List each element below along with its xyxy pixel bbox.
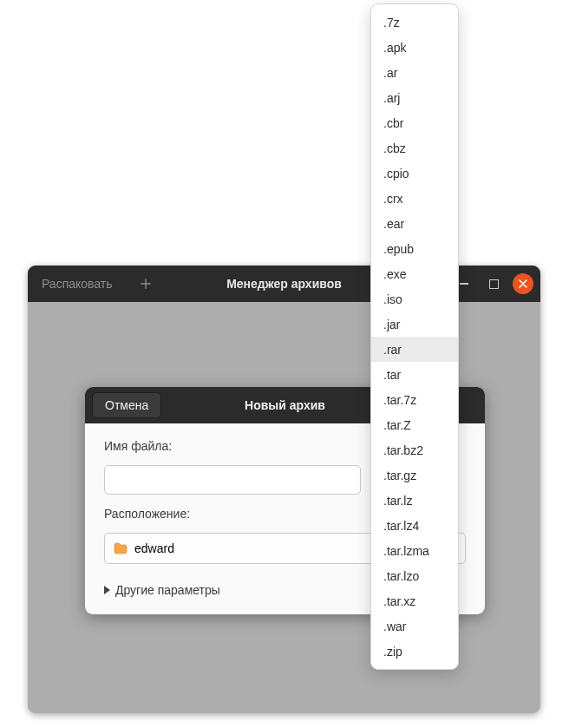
extension-option[interactable]: .apk: [371, 35, 458, 60]
extension-option-label: .cpio: [383, 167, 409, 180]
extension-option-label: .tar: [383, 368, 401, 382]
close-icon: [519, 279, 527, 288]
location-value: edward: [134, 541, 174, 555]
extension-option-label: .tar.lzma: [383, 544, 429, 558]
extension-option-label: .tar.7z: [383, 393, 416, 407]
extract-button-label: Распаковать: [42, 277, 113, 291]
extract-button[interactable]: Распаковать: [28, 266, 127, 302]
extension-dropdown[interactable]: .7z.apk.ar.arj.cbr.cbz.cpio.crx.ear.epub…: [370, 3, 459, 670]
cancel-button-label: Отмена: [105, 398, 148, 412]
cancel-button[interactable]: Отмена: [92, 392, 161, 418]
extension-option[interactable]: .exe: [371, 261, 458, 286]
extension-option[interactable]: .tar.Z: [371, 412, 458, 437]
extension-option-label: .ar: [383, 66, 397, 80]
titlebar: Распаковать Менеджер архивов: [28, 266, 540, 302]
extension-option[interactable]: .jar: [371, 312, 458, 337]
extension-option-label: .cbz: [383, 141, 406, 155]
titlebar-left: Распаковать: [28, 266, 161, 302]
extension-option-label: .jar: [383, 318, 400, 331]
extension-option[interactable]: .rar: [371, 337, 458, 362]
extension-option[interactable]: .tar.bz2: [371, 437, 458, 462]
add-button[interactable]: [130, 268, 161, 299]
extension-option-label: .tar.Z: [383, 418, 411, 432]
extension-option[interactable]: .arj: [371, 85, 458, 110]
extension-option[interactable]: .crx: [371, 186, 458, 211]
extension-option-label: .exe: [383, 267, 406, 281]
extension-option[interactable]: .zip: [371, 639, 458, 664]
extension-option[interactable]: .tar.lzo: [371, 563, 458, 588]
extension-option-label: .zip: [383, 645, 402, 659]
extension-option-label: .ear: [383, 217, 404, 231]
extension-option[interactable]: .tar.gz: [371, 462, 458, 488]
extension-option[interactable]: .cbr: [371, 110, 458, 135]
other-params-label: Другие параметры: [115, 583, 220, 597]
extension-option[interactable]: .tar.7z: [371, 387, 458, 412]
close-button[interactable]: [513, 273, 533, 294]
extension-option[interactable]: .tar: [371, 362, 458, 387]
extension-option-label: .tar.gz: [383, 469, 416, 482]
extension-option-label: .tar.bz2: [383, 443, 423, 457]
chevron-right-icon: [104, 586, 110, 594]
maximize-button[interactable]: [483, 273, 504, 294]
extension-option[interactable]: .tar.xz: [371, 588, 458, 613]
extension-option[interactable]: .cbz: [371, 135, 458, 161]
extension-option-label: .iso: [383, 292, 402, 306]
extension-option-label: .rar: [383, 343, 402, 357]
extension-option-label: .tar.lz: [383, 494, 412, 508]
extension-option[interactable]: .tar.lzma: [371, 538, 458, 563]
plus-icon: [140, 278, 152, 290]
filename-input[interactable]: [104, 465, 361, 495]
extension-option-label: .epub: [383, 242, 414, 256]
extension-option[interactable]: .cpio: [371, 161, 458, 186]
extension-option-label: .war: [383, 620, 406, 633]
extension-option[interactable]: .epub: [371, 236, 458, 261]
extension-option[interactable]: .7z: [371, 10, 458, 35]
extension-option-label: .crx: [383, 192, 403, 206]
archive-manager-window: Распаковать Менеджер архивов Отмена: [28, 266, 540, 713]
extension-option-label: .arj: [383, 91, 400, 105]
extension-option-label: .7z: [383, 16, 400, 30]
extension-option[interactable]: .tar.lz: [371, 488, 458, 513]
extension-option[interactable]: .ar: [371, 60, 458, 85]
extension-option-label: .tar.lz4: [383, 519, 419, 533]
extension-option-label: .cbr: [383, 116, 403, 130]
extension-option[interactable]: .iso: [371, 286, 458, 312]
extension-option-label: .tar.lzo: [383, 569, 419, 583]
folder-icon: [114, 542, 128, 554]
extension-option[interactable]: .tar.lz4: [371, 513, 458, 538]
extension-option[interactable]: .ear: [371, 211, 458, 236]
extension-option[interactable]: .war: [371, 613, 458, 639]
extension-option-label: .apk: [383, 41, 406, 55]
window-controls: [454, 273, 533, 294]
extension-option-label: .tar.xz: [383, 594, 415, 608]
